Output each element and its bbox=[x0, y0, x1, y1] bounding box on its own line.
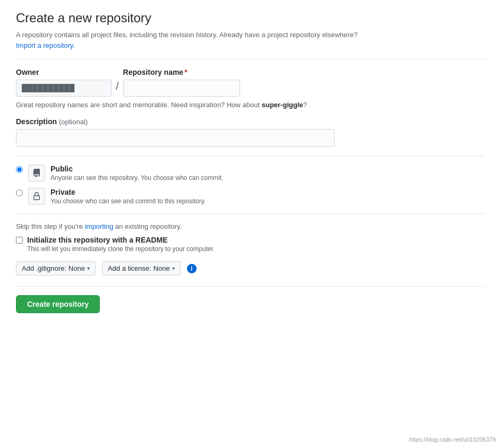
gitignore-value: None bbox=[69, 264, 85, 272]
hint-text: Great repository names are short and mem… bbox=[16, 101, 485, 109]
import-link[interactable]: Import a repository. bbox=[16, 41, 75, 49]
description-optional: (optional) bbox=[59, 118, 88, 126]
repo-name-field-group: Repository name* bbox=[123, 68, 240, 97]
init-readme-title: Initialize this repository with a README bbox=[27, 236, 215, 244]
gitignore-label: Add .gitignore: bbox=[22, 264, 66, 272]
license-label: Add a license: bbox=[108, 264, 151, 272]
description-input[interactable] bbox=[16, 129, 335, 147]
create-repository-button[interactable]: Create repository bbox=[16, 295, 100, 313]
license-value: None bbox=[154, 264, 170, 272]
owner-repo-section: Owner / Repository name* Great repositor… bbox=[16, 68, 485, 109]
private-icon bbox=[28, 188, 45, 205]
divider-3 bbox=[16, 213, 485, 214]
suggestion-text: super-giggle bbox=[261, 101, 303, 109]
repo-name-label: Repository name* bbox=[123, 68, 240, 76]
visibility-section: Public Anyone can see this repository. Y… bbox=[16, 165, 485, 205]
divider-4 bbox=[16, 286, 485, 287]
gitignore-dropdown[interactable]: Add .gitignore: None ▾ bbox=[16, 261, 96, 275]
public-title: Public bbox=[50, 165, 223, 173]
description-section: Description (optional) bbox=[16, 117, 485, 147]
page-title: Create a new repository bbox=[16, 11, 485, 25]
public-option[interactable]: Public Anyone can see this repository. Y… bbox=[16, 165, 485, 182]
public-content: Public Anyone can see this repository. Y… bbox=[50, 165, 223, 182]
owner-label: Owner bbox=[16, 68, 112, 76]
importing-link[interactable]: importing bbox=[85, 222, 113, 230]
public-radio[interactable] bbox=[16, 166, 23, 173]
skip-text: Skip this step if you're importing an ex… bbox=[16, 222, 485, 230]
license-arrow-icon: ▾ bbox=[172, 265, 175, 271]
slash-separator: / bbox=[116, 77, 119, 97]
dropdown-row: Add .gitignore: None ▾ Add a license: No… bbox=[16, 261, 485, 275]
init-readme-checkbox[interactable] bbox=[16, 237, 23, 244]
license-dropdown[interactable]: Add a license: None ▾ bbox=[102, 261, 181, 275]
divider-2 bbox=[16, 156, 485, 156]
init-readme-content: Initialize this repository with a README… bbox=[27, 236, 215, 253]
public-icon bbox=[28, 165, 45, 182]
private-content: Private You choose who can see and commi… bbox=[50, 188, 206, 205]
private-option[interactable]: Private You choose who can see and commi… bbox=[16, 188, 485, 205]
owner-field-group: Owner bbox=[16, 68, 112, 97]
owner-input[interactable] bbox=[16, 80, 112, 97]
gitignore-arrow-icon: ▾ bbox=[87, 265, 90, 271]
required-star: * bbox=[184, 68, 187, 76]
public-desc: Anyone can see this repository. You choo… bbox=[50, 174, 223, 182]
description-label: Description (optional) bbox=[16, 117, 485, 126]
private-radio[interactable] bbox=[16, 189, 23, 196]
page-wrapper: Create a new repository A repository con… bbox=[16, 11, 485, 313]
owner-repo-row: Owner / Repository name* bbox=[16, 68, 485, 97]
info-icon[interactable]: i bbox=[187, 264, 197, 273]
divider-1 bbox=[16, 59, 485, 59]
subtitle-text: A repository contains all project files,… bbox=[16, 30, 485, 50]
init-readme-desc: This will let you immediately clone the … bbox=[27, 245, 215, 253]
private-title: Private bbox=[50, 188, 206, 196]
repo-name-input[interactable] bbox=[123, 80, 240, 97]
init-readme-row: Initialize this repository with a README… bbox=[16, 236, 485, 253]
private-desc: You choose who can see and commit to thi… bbox=[50, 197, 206, 205]
